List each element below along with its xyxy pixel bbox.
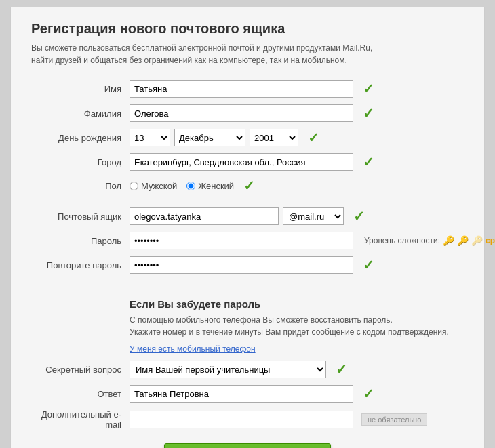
gender-row: Пол Мужской Женский ✓: [31, 178, 464, 194]
answer-label: Ответ: [31, 389, 130, 399]
question-select[interactable]: Имя Вашей первой учительницы Кличка Ваше…: [130, 361, 326, 378]
city-check-icon: ✓: [363, 154, 374, 170]
extra-email-input[interactable]: [130, 411, 353, 428]
gender-male-radio[interactable]: [130, 182, 138, 190]
question-row: Секретный вопрос Имя Вашей первой учител…: [31, 361, 464, 378]
strength-value: средний: [486, 236, 495, 245]
surname-input[interactable]: [130, 104, 353, 122]
question-check-icon: ✓: [336, 361, 347, 378]
surname-control: ✓: [130, 104, 464, 122]
gender-female-radio[interactable]: [186, 182, 195, 190]
surname-label: Фамилия: [31, 108, 130, 119]
gender-male-label: Мужской: [141, 181, 177, 191]
name-check-icon: ✓: [363, 81, 374, 97]
answer-input[interactable]: [130, 385, 353, 403]
mailbox-check-icon: ✓: [353, 208, 365, 224]
register-row: Зарегистрироваться: [31, 443, 464, 448]
gender-control: Мужской Женский ✓: [130, 178, 464, 194]
extra-email-label: Дополнительный e-mail: [31, 409, 130, 430]
confirm-check-icon: ✓: [363, 257, 374, 273]
city-label: Город: [31, 157, 130, 167]
recovery-text: С помощью мобильного телефона Вы сможете…: [130, 314, 464, 338]
password-control: Уровень сложности: 🔑 🔑 🔑 средний: [130, 232, 495, 249]
gender-label: Пол: [31, 181, 130, 191]
password-input[interactable]: [130, 232, 353, 249]
page-title: Регистрация нового почтового ящика: [31, 21, 464, 37]
gender-female-label: Женский: [198, 181, 234, 191]
gender-female-option[interactable]: Женский: [186, 181, 234, 191]
question-control: Имя Вашей первой учительницы Кличка Ваше…: [130, 361, 464, 378]
birthday-row: День рождения 13 Декабрь 2001 ✓: [31, 129, 464, 146]
gender-radio-group: Мужской Женский: [130, 181, 234, 191]
mailbox-row: Почтовый ящик @mail.ru @inbox.ru @list.r…: [31, 207, 464, 225]
answer-row: Ответ ✓: [31, 385, 464, 403]
mailbox-input[interactable]: [130, 207, 279, 225]
registration-form: Регистрация нового почтового ящика Вы см…: [10, 7, 485, 448]
password-row: Пароль Уровень сложности: 🔑 🔑 🔑 средний: [31, 232, 464, 249]
answer-check-icon: ✓: [363, 386, 374, 402]
key-icon-2: 🔑: [457, 235, 469, 246]
gender-check-icon: ✓: [243, 178, 255, 194]
question-label: Секретный вопрос: [31, 365, 130, 375]
recovery-section: Если Вы забудете пароль С помощью мобиль…: [130, 298, 464, 354]
birthday-check-icon: ✓: [308, 129, 319, 146]
confirm-input[interactable]: [130, 256, 353, 274]
password-label: Пароль: [31, 236, 130, 246]
mailbox-label: Почтовый ящик: [31, 211, 130, 222]
birthday-control: 13 Декабрь 2001 ✓: [130, 129, 464, 146]
birthday-month-select[interactable]: Декабрь: [174, 129, 245, 146]
city-row: Город ✓: [31, 153, 464, 171]
extra-email-row: Дополнительный e-mail не обязательно: [31, 409, 464, 430]
subtitle: Вы сможете пользоваться бесплатной элект…: [31, 42, 384, 66]
confirm-control: ✓: [130, 256, 464, 274]
key-icon-3: 🔑: [471, 235, 483, 246]
city-control: ✓: [130, 153, 464, 171]
domain-select[interactable]: @mail.ru @inbox.ru @list.ru @bk.ru: [283, 207, 344, 225]
strength-label: Уровень сложности:: [364, 236, 440, 245]
birthday-day-select[interactable]: 13: [130, 129, 170, 146]
gender-male-option[interactable]: Мужской: [130, 181, 177, 191]
key-icon-1: 🔑: [443, 235, 454, 246]
confirm-label: Повторите пароль: [31, 260, 130, 270]
surname-row: Фамилия ✓: [31, 104, 464, 122]
birthday-label: День рождения: [31, 133, 130, 143]
name-control: ✓: [130, 80, 464, 98]
optional-badge: не обязательно: [361, 413, 427, 426]
name-row: Имя ✓: [31, 80, 464, 98]
confirm-row: Повторите пароль ✓: [31, 256, 464, 274]
name-input[interactable]: [130, 80, 353, 98]
surname-check-icon: ✓: [363, 105, 374, 121]
strength-indicator: Уровень сложности: 🔑 🔑 🔑 средний: [364, 235, 495, 246]
city-input[interactable]: [130, 153, 353, 171]
mailbox-control: @mail.ru @inbox.ru @list.ru @bk.ru ✓: [130, 207, 464, 225]
name-label: Имя: [31, 84, 130, 94]
extra-email-control: не обязательно: [130, 411, 464, 428]
answer-control: ✓: [130, 385, 464, 403]
register-button[interactable]: Зарегистрироваться: [164, 443, 331, 448]
birthday-year-select[interactable]: 2001: [250, 129, 298, 146]
recovery-link[interactable]: У меня есть мобильный телефон: [130, 344, 256, 354]
recovery-title: Если Вы забудете пароль: [130, 298, 464, 310]
